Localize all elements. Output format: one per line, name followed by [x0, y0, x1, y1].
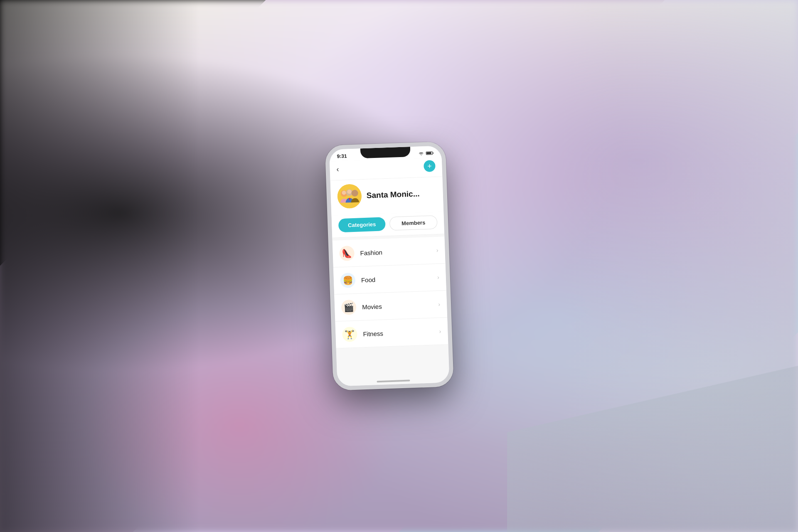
fitness-emoji: 🏋️ [345, 329, 355, 340]
fashion-icon: 👠 [339, 246, 355, 261]
svg-point-0 [421, 155, 422, 155]
status-icons [418, 151, 434, 155]
back-button[interactable]: ‹ [336, 165, 339, 174]
fitness-label: Fitness [363, 328, 433, 337]
tab-bar: Categories Members [331, 212, 444, 238]
tab-categories[interactable]: Categories [338, 217, 386, 232]
movies-emoji: 🎬 [343, 302, 354, 313]
tab-members[interactable]: Members [389, 215, 438, 231]
fashion-label: Fashion [360, 247, 431, 256]
category-item-fitness[interactable]: 🏋️ Fitness › [335, 318, 448, 348]
phone-notch [360, 147, 411, 158]
group-name: Santa Monic... [366, 189, 419, 200]
svg-point-4 [337, 184, 362, 209]
group-avatar [337, 184, 362, 209]
category-item-movies[interactable]: 🎬 Movies › [334, 291, 447, 321]
food-label: Food [361, 274, 432, 283]
svg-rect-3 [426, 152, 431, 154]
movies-icon: 🎬 [341, 300, 357, 315]
food-chevron: › [437, 274, 439, 281]
food-emoji: 🍔 [342, 275, 353, 286]
battery-icon [426, 151, 434, 155]
food-icon: 🍔 [340, 273, 355, 288]
category-list: 👠 Fashion › 🍔 Food › 🎬 [332, 236, 448, 348]
profile-section: Santa Monic... [330, 177, 444, 215]
fitness-icon: 🏋️ [342, 327, 357, 342]
movies-chevron: › [438, 301, 440, 308]
status-time: 9:31 [337, 153, 347, 159]
phone-mockup: 9:31 [325, 141, 454, 391]
category-item-food[interactable]: 🍔 Food › [333, 264, 446, 294]
avatar-illustration [337, 184, 362, 209]
wifi-icon [418, 151, 424, 155]
fashion-emoji: 👠 [342, 248, 352, 259]
svg-rect-2 [433, 153, 433, 154]
fashion-chevron: › [436, 247, 438, 254]
phone-screen: 9:31 [329, 145, 450, 386]
add-button[interactable]: + [424, 160, 436, 172]
phone-frame: 9:31 [325, 141, 454, 391]
fitness-chevron: › [439, 328, 441, 335]
category-item-fashion[interactable]: 👠 Fashion › [332, 236, 446, 267]
movies-label: Movies [362, 301, 433, 310]
